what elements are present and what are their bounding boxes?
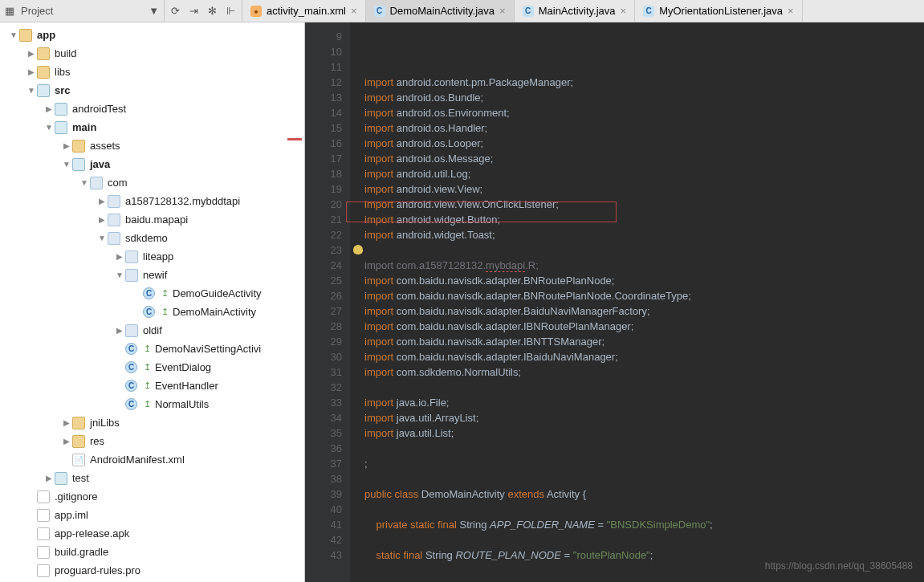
tree-row[interactable]: ▶C↥EventHandler [0, 376, 304, 395]
code-line[interactable]: import android.os.Bundle; [364, 90, 924, 105]
collapse-arrow-icon[interactable]: ▼ [43, 123, 55, 132]
code-line[interactable]: import com.sdkdemo.NormalUtils; [364, 364, 924, 380]
code-line[interactable]: private static final String APP_FOLDER_N… [364, 517, 924, 532]
code-line[interactable]: public class DemoMainActivity extends Ac… [364, 486, 924, 502]
code-line[interactable]: import android.content.pm.PackageManager… [364, 75, 924, 90]
code-line[interactable] [364, 502, 924, 517]
editor-tab[interactable]: CMyOrientationListener.java× [635, 0, 803, 22]
tab-close-icon[interactable]: × [621, 5, 627, 17]
code-line[interactable] [364, 380, 924, 395]
tree-row[interactable]: ▼src [0, 81, 304, 100]
code-line[interactable] [364, 441, 924, 456]
tree-row[interactable]: ▼java [0, 155, 304, 173]
expand-arrow-icon[interactable]: ▶ [96, 215, 108, 224]
code-line[interactable] [364, 532, 924, 547]
tree-row[interactable]: ▼newif [0, 266, 304, 284]
expand-arrow-icon[interactable]: ▶ [61, 418, 72, 427]
tree-row[interactable]: ▶jniLibs [0, 413, 304, 432]
project-toolbar[interactable]: ▦ Project ▼ [0, 0, 165, 22]
tree-label: DemoMainActivity [173, 306, 256, 318]
code-line[interactable]: import android.os.Message; [364, 151, 924, 166]
collapse-arrow-icon[interactable]: ▼ [26, 86, 37, 95]
expand-arrow-icon[interactable]: ▶ [43, 104, 55, 113]
tree-row[interactable]: ▶C↥EventDialog [0, 358, 304, 376]
code-editor[interactable]: 9101112131415161718192021222324252627282… [305, 22, 924, 582]
code-line[interactable]: import com.baidu.navisdk.adapter.BNRoute… [364, 273, 924, 288]
code-line[interactable]: import android.widget.Button; [364, 212, 924, 227]
code-line[interactable]: import com.baidu.navisdk.adapter.BNRoute… [364, 288, 924, 303]
tree-row[interactable]: ▶baidu.mapapi [0, 210, 304, 229]
collapse-icon[interactable]: ⇥ [189, 5, 198, 17]
code-line[interactable] [364, 242, 924, 258]
code-line[interactable]: import android.view.View.OnClickListener… [364, 197, 924, 212]
code-line[interactable]: import java.io.File; [364, 395, 924, 410]
tree-label: DemoGuideActivity [173, 287, 262, 299]
settings-icon[interactable]: ✻ [208, 5, 217, 17]
code-line[interactable]: import android.os.Environment; [364, 105, 924, 120]
hide-icon[interactable]: ⊩ [226, 5, 235, 17]
tree-row[interactable]: ▶a1587128132.mybddtapi [0, 192, 304, 210]
editor-tab[interactable]: ⬥activity_main.xml× [242, 0, 366, 22]
tree-row[interactable]: ▶📄AndroidManifest.xml [0, 450, 304, 469]
code-line[interactable]: import com.a1587128132.mybdapi.R; [364, 258, 924, 273]
editor-tab[interactable]: CDemoMainActivity.java× [366, 0, 515, 22]
collapse-arrow-icon[interactable]: ▼ [96, 234, 108, 242]
tree-row[interactable]: ▶C↥DemoGuideActivity [0, 284, 304, 303]
tree-row[interactable]: ▶C↥DemoNaviSettingActivi [0, 340, 304, 358]
expand-arrow-icon[interactable]: ▶ [26, 49, 37, 58]
tree-row[interactable]: ▼sdkdemo [0, 229, 304, 247]
tree-row[interactable]: ▶C↥NormalUtils [0, 395, 304, 413]
tree-row[interactable]: ▶proguard-rules.pro [0, 561, 304, 580]
expand-arrow-icon[interactable]: ▶ [61, 437, 72, 446]
expand-arrow-icon[interactable]: ▶ [96, 197, 108, 206]
collapse-arrow-icon[interactable]: ▼ [114, 271, 125, 279]
project-dropdown-arrow[interactable]: ▼ [149, 5, 159, 17]
tree-row[interactable]: ▶oldif [0, 321, 304, 340]
collapse-arrow-icon[interactable]: ▼ [61, 160, 72, 169]
tree-row[interactable]: ▶app-release.apk [0, 524, 304, 543]
expand-arrow-icon[interactable]: ▶ [114, 326, 125, 335]
expand-arrow-icon[interactable]: ▶ [61, 141, 72, 150]
tree-row[interactable]: ▶assets [0, 136, 304, 155]
tree-row[interactable]: ▼com [0, 173, 304, 192]
tree-row[interactable]: ▶res [0, 432, 304, 450]
tree-row[interactable]: ▼app [0, 26, 304, 44]
code-line[interactable]: import android.widget.Toast; [364, 227, 924, 242]
code-line[interactable]: import com.baidu.navisdk.adapter.IBNRout… [364, 319, 924, 334]
code-line[interactable]: private static final String[] authBaseAr… [364, 578, 924, 582]
tab-close-icon[interactable]: × [499, 5, 506, 17]
tree-row[interactable]: ▶.gitignore [0, 487, 304, 506]
code-line[interactable] [364, 471, 924, 486]
code-line[interactable]: import com.baidu.navisdk.adapter.IBNTTSM… [364, 334, 924, 349]
code-line[interactable]: import com.baidu.navisdk.adapter.BaiduNa… [364, 303, 924, 319]
collapse-arrow-icon[interactable]: ▼ [8, 31, 19, 39]
expand-arrow-icon[interactable]: ▶ [43, 474, 55, 482]
tab-close-icon[interactable]: × [788, 5, 794, 17]
code-line[interactable]: import com.baidu.navisdk.adapter.IBaiduN… [364, 349, 924, 364]
tree-row[interactable]: ▶liteapp [0, 247, 304, 266]
code-line[interactable]: import java.util.ArrayList; [364, 410, 924, 425]
tree-row[interactable]: ▼main [0, 118, 304, 136]
code-line[interactable]: import android.os.Looper; [364, 136, 924, 151]
tree-row[interactable]: ▶app.iml [0, 506, 304, 524]
tab-close-icon[interactable]: × [351, 5, 357, 17]
tree-row[interactable]: ▶androidTest [0, 100, 304, 118]
project-tree[interactable]: ▼app▶build▶libs▼src▶androidTest▼main▶ass… [0, 22, 305, 582]
tree-row[interactable]: ▶build [0, 44, 304, 63]
expand-arrow-icon[interactable]: ▶ [26, 67, 37, 76]
tree-row[interactable]: ▶test [0, 469, 304, 487]
sync-icon[interactable]: ⟳ [171, 5, 180, 17]
tree-row[interactable]: ▶build.gradle [0, 543, 304, 561]
editor-tab[interactable]: CMainActivity.java× [515, 0, 635, 22]
folder pkg-icon [108, 195, 120, 208]
code-line[interactable]: import android.view.View; [364, 181, 924, 197]
code-content[interactable]: import android.content.pm.PackageManager… [350, 22, 924, 582]
code-line[interactable]: ; [364, 456, 924, 471]
tree-row[interactable]: ▶libs [0, 63, 304, 81]
tree-row[interactable]: ▶C↥DemoMainActivity [0, 303, 304, 321]
code-line[interactable]: import java.util.List; [364, 425, 924, 441]
code-line[interactable]: import android.os.Handler; [364, 120, 924, 136]
collapse-arrow-icon[interactable]: ▼ [79, 178, 90, 187]
expand-arrow-icon[interactable]: ▶ [114, 252, 125, 261]
code-line[interactable]: import android.util.Log; [364, 166, 924, 181]
